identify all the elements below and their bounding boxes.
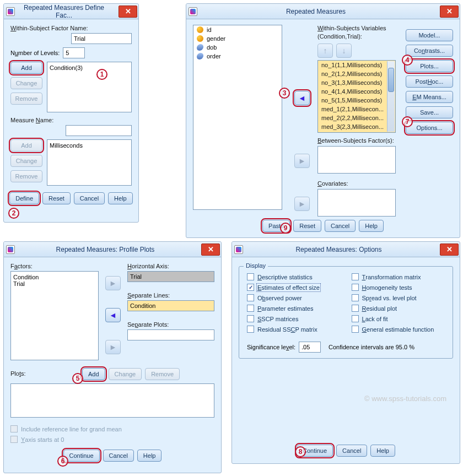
levels-input[interactable] xyxy=(63,47,85,58)
list-item[interactable]: Condition xyxy=(13,274,96,280)
title-text: Repeated Measures: Options xyxy=(246,246,440,253)
plots-label: Plots: xyxy=(10,370,49,377)
scale-icon xyxy=(196,44,204,51)
sig-label: Significance level: xyxy=(247,344,295,350)
list-item[interactable]: no_1(1,1,Milliseconds) xyxy=(318,61,395,69)
sig-input[interactable] xyxy=(299,342,321,353)
app-icon xyxy=(6,245,15,254)
close-icon[interactable]: ✕ xyxy=(440,6,459,18)
remove-button: Remove xyxy=(10,93,42,105)
list-item[interactable]: med_1(2,1,Millisecon... xyxy=(318,105,395,113)
titlebar: Repeated Measures Define Fac... ✕ xyxy=(4,4,138,19)
close-icon[interactable]: ✕ xyxy=(119,6,137,18)
haxis-label: Horizontal Axis: xyxy=(127,263,214,269)
factor-name-input[interactable] xyxy=(71,33,132,44)
move-cov-icon: ► xyxy=(294,197,310,211)
chk-spread[interactable]: Spread vs. level plot xyxy=(352,294,445,301)
nominal-icon xyxy=(197,35,203,42)
chk-descriptive[interactable]: Descriptive statistics xyxy=(247,273,341,280)
chk-observed[interactable]: Observed power xyxy=(247,294,341,301)
factor-list[interactable]: Condition(3) xyxy=(47,62,132,112)
reset-button[interactable]: Reset xyxy=(42,192,71,204)
callout-1: 1 xyxy=(96,69,107,80)
plots-add-button[interactable]: Add xyxy=(82,368,105,380)
cancel-button[interactable]: Cancel xyxy=(103,450,134,462)
measure-remove-button: Remove xyxy=(10,170,42,182)
list-item[interactable]: Trial xyxy=(13,280,96,287)
list-item[interactable]: Milliseconds xyxy=(50,142,129,149)
chk-param[interactable]: Parameter estimates xyxy=(247,305,341,312)
var-dob: dob xyxy=(193,43,282,52)
ws-var-list[interactable]: no_1(1,1,Milliseconds) no_2(1,2,Millisec… xyxy=(317,60,396,133)
titlebar: Repeated Measures ✕ xyxy=(186,4,460,19)
callout-9: 9 xyxy=(280,223,291,234)
list-item[interactable]: med_2(2,2,Millisecon... xyxy=(318,113,395,122)
display-group: Display Descriptive statistics ✓Estimate… xyxy=(239,266,453,359)
plots-list[interactable] xyxy=(10,383,214,418)
add-button[interactable]: Add xyxy=(10,62,42,74)
help-button[interactable]: Help xyxy=(359,220,384,232)
options-button[interactable]: Options... xyxy=(406,122,453,134)
list-item[interactable]: no_5(1,5,Milliseconds) xyxy=(318,96,395,105)
cancel-button[interactable]: Cancel xyxy=(336,445,367,457)
chk-lackfit[interactable]: Lack of fit xyxy=(352,315,445,322)
nominal-icon xyxy=(197,26,203,33)
chk-homog[interactable]: Homogeneity tests xyxy=(352,284,445,291)
emmeans-button[interactable]: EM Means... xyxy=(406,91,453,103)
cov-list[interactable] xyxy=(317,189,396,217)
dialog-options: Repeated Measures: Options ✕ Display Des… xyxy=(232,241,460,464)
chk-sscp[interactable]: SSCP matrices xyxy=(247,315,341,322)
model-button[interactable]: Model... xyxy=(406,29,453,41)
posthoc-button[interactable]: Post Hoc... xyxy=(406,75,453,88)
reset-button[interactable]: Reset xyxy=(293,220,321,232)
callout-6: 6 xyxy=(57,456,68,467)
between-label: Between-Subjects Factor(s): xyxy=(317,137,394,144)
arrow-sepplots-icon: ► xyxy=(105,340,121,354)
change-button: Change xyxy=(10,77,42,89)
move-left-icon[interactable]: ◄ xyxy=(294,91,310,105)
chk-transform[interactable]: Transformation matrix xyxy=(352,273,445,280)
dialog-repeated-measures: Repeated Measures ✕ id gender dob order … xyxy=(186,3,460,238)
sepplots-input[interactable] xyxy=(127,329,214,340)
factor-name-label: WWithin-Subject Factor Name:ithin-Subjec… xyxy=(10,25,132,31)
close-icon[interactable]: ✕ xyxy=(201,244,220,256)
help-button[interactable]: Help xyxy=(137,450,162,462)
chk-residsccp[interactable]: Residual SSCP matrix xyxy=(247,326,341,333)
list-item[interactable]: med_3(2,3,Millisecon... xyxy=(318,122,395,131)
factors-label: Factors: xyxy=(10,263,99,269)
move-up-icon: ↑ xyxy=(317,44,333,58)
close-icon[interactable]: ✕ xyxy=(440,244,459,256)
save-button[interactable]: Save... xyxy=(406,106,453,118)
cancel-button[interactable]: Cancel xyxy=(74,192,105,204)
list-item[interactable]: no_4(1,4,Milliseconds) xyxy=(318,87,395,96)
titlebar: Repeated Measures: Profile Plots ✕ xyxy=(4,242,221,257)
chk-effectsize[interactable]: ✓Estimates of effect size xyxy=(247,284,341,291)
cancel-button[interactable]: Cancel xyxy=(325,220,356,232)
measure-list[interactable]: Milliseconds xyxy=(47,139,132,186)
title-text: Repeated Measures xyxy=(201,8,440,15)
seplines-input[interactable] xyxy=(127,300,214,311)
levels-label: Number of Levels: xyxy=(10,50,60,56)
define-button[interactable]: Define xyxy=(9,192,39,204)
list-item[interactable]: no_2(1,2,Milliseconds) xyxy=(318,69,395,78)
measure-name-input[interactable] xyxy=(66,125,132,136)
plots-remove-button: Remove xyxy=(145,368,180,380)
haxis-input[interactable] xyxy=(127,271,214,282)
scrollbar[interactable] xyxy=(387,61,395,132)
plots-button[interactable]: Plots... xyxy=(406,60,453,72)
continue-button[interactable]: Continue xyxy=(63,450,100,462)
help-button[interactable]: Help xyxy=(370,445,395,457)
factors-list[interactable]: Condition Trial xyxy=(10,271,99,360)
source-var-list[interactable]: id gender dob order xyxy=(193,25,282,210)
contrasts-button[interactable]: Contrasts... xyxy=(406,45,453,57)
callout-4: 4 xyxy=(402,55,413,66)
between-list[interactable] xyxy=(317,146,396,174)
dialog-profile-plots: Repeated Measures: Profile Plots ✕ Facto… xyxy=(3,241,222,473)
arrow-seplines-icon[interactable]: ◄ xyxy=(105,308,121,322)
list-item[interactable]: Condition(3) xyxy=(50,64,129,71)
list-item[interactable]: no_3(1,3,Milliseconds) xyxy=(318,78,395,87)
help-button[interactable]: Help xyxy=(108,192,133,204)
chk-general[interactable]: General estimable function xyxy=(352,326,445,333)
chk-residplot[interactable]: Residual plot xyxy=(352,305,445,312)
plots-change-button: Change xyxy=(109,368,142,380)
